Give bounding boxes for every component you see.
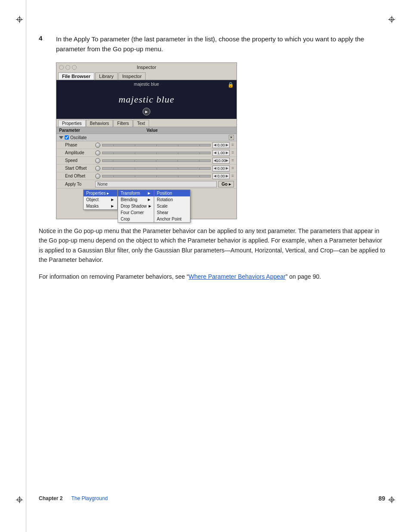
popup-item-scale[interactable]: Scale (154, 203, 190, 209)
start-offset-control: ◀ 0.00 ▶ = (95, 165, 234, 171)
popup-item-masks[interactable]: Masks ▶ (84, 203, 117, 209)
popup-item-crop[interactable]: Crop (118, 216, 154, 222)
param-row-amplitude: Amplitude ◀ 1.00 ▶ = (56, 149, 237, 157)
page-number: 89 (378, 495, 385, 502)
inspector-tabs: File Browser Library Inspector (56, 72, 237, 80)
corner-mark-tl (13, 13, 26, 26)
apply-to-value: None (95, 181, 217, 187)
corner-mark-br (385, 493, 398, 506)
col-value-label: Value (146, 128, 234, 133)
step-number: 4 (39, 34, 47, 54)
popup-item-blending[interactable]: Blending ▶ (118, 196, 154, 203)
window-titlebar: Inspector (56, 63, 237, 72)
start-offset-label: Start Offset (65, 166, 95, 171)
start-offset-eq[interactable]: = (231, 166, 234, 171)
param-header: Parameter Value (56, 127, 237, 134)
apply-to-control: None Go ▸ (95, 181, 234, 187)
footer-chapter-info: Chapter 2 The Playground (39, 495, 108, 501)
inspector-preview: majestic blue 🔒 majestic blue ▶ (56, 80, 237, 119)
phase-knob[interactable] (95, 143, 100, 148)
phase-inc[interactable]: ▶ (226, 143, 228, 147)
page-footer: Chapter 2 The Playground 89 (39, 495, 385, 502)
param-row-speed: Speed ◀ 10.00 ▶ = (56, 157, 237, 165)
popup-item-transform[interactable]: Transform ▶ (118, 190, 154, 196)
tab-file-browser[interactable]: File Browser (58, 72, 94, 80)
popup-item-shear[interactable]: Shear (154, 209, 190, 216)
window-buttons (59, 65, 77, 70)
popup-menu-position: Position Rotation Scale Shear Anchor Poi… (154, 190, 190, 223)
window-title: Inspector (137, 65, 156, 70)
popup-overlay: Properties ▸ Object ▶ Masks ▶ Transform … (56, 189, 237, 219)
param-row-phase: Phase ◀ 0.00 ▶ = (56, 141, 237, 149)
oscillate-row: Oscillate ✕ (56, 134, 237, 141)
tab-inspector[interactable]: Inspector (118, 72, 146, 80)
speed-control: ◀ 10.00 ▶ = (95, 158, 234, 164)
speed-knob[interactable] (95, 158, 100, 163)
where-param-behaviors-link[interactable]: Where Parameter Behaviors Appear (189, 273, 286, 280)
speed-eq[interactable]: = (231, 158, 234, 163)
col-param-label: Parameter (59, 128, 146, 133)
body-paragraph-2: For information on removing Parameter be… (39, 272, 385, 281)
page-content: 4 In the Apply To parameter (the last pa… (39, 34, 385, 288)
tab-behaviors[interactable]: Behaviors (86, 120, 113, 127)
end-offset-inc[interactable]: ▶ (226, 174, 228, 178)
amplitude-label: Amplitude (65, 150, 95, 155)
body-paragraph-1: Notice in the Go pop-up menu that the Pa… (39, 226, 385, 265)
end-offset-control: ◀ 0.00 ▶ = (95, 173, 234, 179)
lock-icon: 🔒 (227, 82, 234, 88)
popup-item-position[interactable]: Position (154, 190, 190, 196)
popup-item-four-corner[interactable]: Four Corner (118, 209, 154, 216)
param-row-start-offset: Start Offset ◀ 0.00 ▶ = (56, 165, 237, 172)
popup-item-drop-shadow[interactable]: Drop Shadow ▶ (118, 203, 154, 209)
prop-tabs: Properties Behaviors Filters Text (56, 119, 237, 127)
speed-inc[interactable]: ▶ (226, 159, 228, 162)
preview-text: majestic blue (118, 94, 174, 105)
para2-pre: For information on removing Parameter be… (39, 273, 189, 280)
tab-text[interactable]: Text (133, 120, 149, 127)
go-button[interactable]: Go ▸ (218, 181, 234, 187)
start-offset-inc[interactable]: ▶ (226, 166, 228, 170)
step-text: In the Apply To parameter (the last para… (56, 34, 385, 54)
oscillate-checkbox[interactable] (65, 135, 69, 140)
popup-menu-transform: Transform ▶ Blending ▶ Drop Shadow ▶ Fou… (118, 190, 154, 223)
chapter-title-link[interactable]: The Playground (71, 495, 108, 501)
amplitude-eq[interactable]: = (231, 150, 234, 155)
speed-label: Speed (65, 158, 95, 163)
close-btn[interactable] (59, 65, 64, 70)
minimize-btn[interactable] (65, 65, 70, 70)
start-offset-value: ◀ 0.00 ▶ (212, 165, 230, 171)
oscillate-label: Oscillate (70, 135, 87, 140)
popup-item-object[interactable]: Object ▶ (84, 196, 117, 203)
phase-slider[interactable] (102, 144, 211, 146)
tab-properties[interactable]: Properties (58, 120, 86, 127)
step-block: 4 In the Apply To parameter (the last pa… (39, 34, 385, 54)
popup-item-properties[interactable]: Properties ▸ (84, 190, 117, 196)
preview-title: majestic blue (134, 82, 159, 87)
start-offset-knob[interactable] (95, 166, 100, 171)
amplitude-slider[interactable] (102, 152, 211, 154)
oscillate-close[interactable]: ✕ (229, 135, 234, 140)
left-margin-line (26, 0, 26, 532)
chapter-label: Chapter 2 (39, 495, 62, 501)
tab-library[interactable]: Library (95, 72, 118, 80)
apply-to-row: Apply To None Go ▸ (56, 180, 237, 189)
phase-value: ◀ 0.00 ▶ (212, 142, 230, 148)
end-offset-label: End Offset (65, 174, 95, 178)
start-offset-slider[interactable] (102, 167, 211, 170)
speed-value: ◀ 10.00 ▶ (212, 158, 230, 164)
tab-filters[interactable]: Filters (113, 120, 133, 127)
phase-label: Phase (65, 143, 95, 147)
end-offset-eq[interactable]: = (231, 174, 234, 178)
phase-control: ◀ 0.00 ▶ = (95, 142, 234, 148)
maximize-btn[interactable] (72, 65, 77, 70)
amplitude-knob[interactable] (95, 150, 100, 156)
end-offset-slider[interactable] (102, 175, 211, 177)
popup-item-anchor-point[interactable]: Anchor Point (154, 216, 190, 222)
popup-item-rotation[interactable]: Rotation (154, 196, 190, 203)
speed-slider[interactable] (102, 159, 211, 162)
amplitude-value: ◀ 1.00 ▶ (212, 150, 230, 156)
play-button[interactable]: ▶ (143, 108, 150, 115)
end-offset-knob[interactable] (95, 174, 100, 179)
amplitude-inc[interactable]: ▶ (226, 151, 228, 155)
phase-eq[interactable]: = (231, 143, 234, 147)
